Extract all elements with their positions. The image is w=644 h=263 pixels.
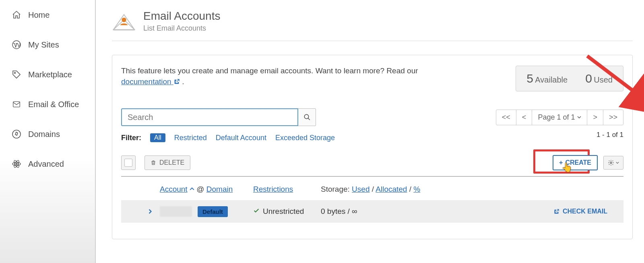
sidebar-item-domains[interactable]: Domains bbox=[0, 119, 95, 149]
svg-point-13 bbox=[304, 114, 309, 119]
settings-button[interactable] bbox=[603, 156, 623, 170]
email-accounts-icon bbox=[112, 11, 136, 31]
svg-point-3 bbox=[12, 130, 21, 138]
search-group bbox=[121, 108, 316, 126]
sidebar-item-label: Email & Office bbox=[28, 100, 79, 109]
page-title: Email Accounts bbox=[143, 10, 220, 23]
delete-button[interactable]: DELETE bbox=[144, 155, 190, 170]
documentation-link[interactable]: documentation bbox=[121, 77, 180, 86]
sort-used[interactable]: Used bbox=[352, 185, 369, 193]
search-icon bbox=[303, 114, 311, 121]
filter-row: Filter: All Restricted Default Account E… bbox=[121, 133, 623, 142]
sidebar-item-label: Advanced bbox=[28, 159, 64, 169]
sort-domain[interactable]: Domain bbox=[206, 185, 233, 193]
filter-label: Filter: bbox=[121, 134, 141, 142]
sidebar-item-label: Marketplace bbox=[28, 70, 72, 79]
sidebar-item-home[interactable]: Home bbox=[0, 0, 95, 30]
svg-point-10 bbox=[122, 17, 126, 22]
page-subtitle: List Email Accounts bbox=[143, 24, 220, 33]
sort-asc-icon bbox=[190, 186, 194, 191]
search-button[interactable] bbox=[298, 108, 316, 126]
home-icon bbox=[11, 10, 22, 20]
expand-row-button[interactable] bbox=[148, 207, 160, 216]
atom-icon bbox=[11, 159, 22, 169]
trash-icon bbox=[151, 160, 156, 166]
sidebar-item-email-office[interactable]: Email & Office bbox=[0, 89, 95, 119]
plus-icon: + bbox=[559, 159, 563, 166]
sort-restrictions[interactable]: Restrictions bbox=[253, 185, 293, 193]
envelope-icon bbox=[11, 99, 22, 110]
external-link-icon bbox=[553, 209, 559, 215]
filter-restricted[interactable]: Restricted bbox=[174, 134, 207, 142]
sidebar-item-mysites[interactable]: My Sites bbox=[0, 30, 95, 60]
filter-exceeded[interactable]: Exceeded Storage bbox=[275, 134, 335, 142]
gear-icon bbox=[608, 159, 614, 166]
caret-down-icon bbox=[616, 161, 619, 164]
available-count: 5 bbox=[526, 72, 533, 85]
external-link-icon bbox=[173, 79, 180, 85]
main-content: Email Accounts List Email Accounts This … bbox=[96, 0, 644, 263]
sort-allocated[interactable]: Allocated bbox=[376, 185, 407, 193]
svg-point-7 bbox=[16, 164, 17, 165]
used-count: 0 bbox=[585, 72, 592, 85]
action-bar: DELETE + CREATE 👆 bbox=[121, 155, 623, 177]
check-email-link[interactable]: CHECK EMAIL bbox=[553, 208, 607, 215]
filter-all[interactable]: All bbox=[150, 133, 165, 142]
select-all-checkbox[interactable] bbox=[121, 155, 136, 170]
sidebar-item-marketplace[interactable]: Marketplace bbox=[0, 60, 95, 89]
table-header: Account @ Domain Restrictions Storage: U… bbox=[121, 177, 623, 200]
sort-account[interactable]: Account bbox=[160, 185, 188, 193]
page-indicator[interactable]: Page 1 of 1 bbox=[532, 110, 587, 125]
restriction-value: Unrestricted bbox=[263, 207, 304, 216]
page-header: Email Accounts List Email Accounts bbox=[112, 10, 633, 41]
svg-line-14 bbox=[308, 118, 310, 120]
tag-icon bbox=[11, 69, 22, 80]
svg-rect-2 bbox=[13, 101, 20, 107]
wordpress-icon bbox=[11, 39, 22, 50]
page-first-button[interactable]: << bbox=[496, 110, 516, 125]
sidebar-item-label: Domains bbox=[28, 130, 60, 139]
search-input[interactable] bbox=[121, 108, 298, 126]
page-prev-button[interactable]: < bbox=[516, 110, 533, 125]
storage-value: 0 bytes / ∞ bbox=[321, 207, 442, 216]
account-counts: 5 Available 0 Used bbox=[516, 66, 623, 91]
sidebar-item-advanced[interactable]: Advanced bbox=[0, 149, 95, 179]
default-badge: Default bbox=[198, 206, 228, 217]
svg-point-15 bbox=[610, 162, 612, 164]
create-button[interactable]: + CREATE 👆 bbox=[553, 155, 598, 170]
intro-text: This feature lets you create and manage … bbox=[121, 66, 451, 87]
account-name-redacted bbox=[160, 206, 192, 217]
caret-down-icon bbox=[577, 115, 581, 119]
table-row: Default Unrestricted 0 bytes / ∞ CHECK E… bbox=[121, 200, 623, 223]
sort-percent[interactable]: % bbox=[413, 185, 420, 193]
email-accounts-panel: This feature lets you create and manage … bbox=[112, 55, 633, 239]
check-icon bbox=[253, 207, 260, 216]
pagination: << < Page 1 of 1 > >> bbox=[496, 110, 623, 125]
chevron-right-icon bbox=[148, 209, 153, 214]
result-range: 1 - 1 of 1 bbox=[597, 131, 623, 139]
page-last-button[interactable]: >> bbox=[603, 110, 623, 125]
compass-icon bbox=[11, 129, 22, 139]
svg-marker-11 bbox=[114, 29, 135, 30]
svg-point-1 bbox=[14, 72, 16, 74]
sidebar-item-label: Home bbox=[28, 10, 50, 20]
sidebar-item-label: My Sites bbox=[28, 40, 59, 50]
filter-default[interactable]: Default Account bbox=[216, 134, 266, 142]
sidebar: Home My Sites Marketplace Email & Office… bbox=[0, 0, 96, 263]
page-next-button[interactable]: > bbox=[587, 110, 603, 125]
